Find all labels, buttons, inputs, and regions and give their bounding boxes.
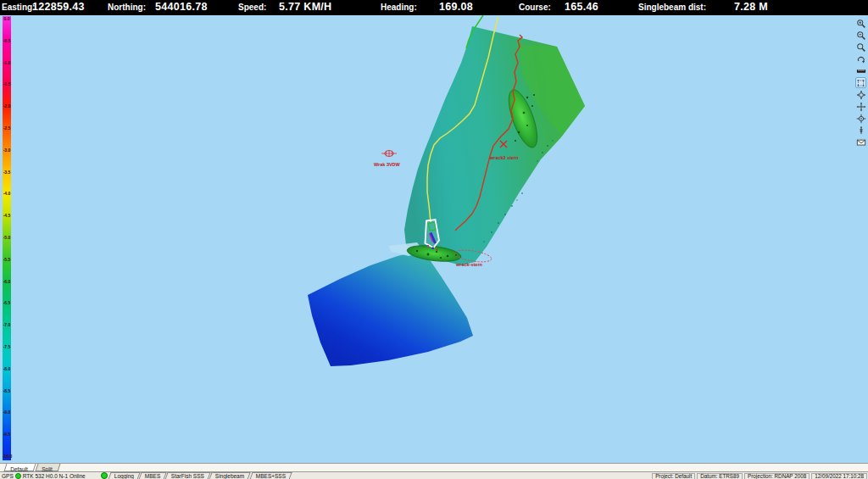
view-tab-split[interactable]: Split [35,464,60,471]
nav-easting-value: 122859.43 [32,1,85,13]
logging-status-light [101,472,108,479]
projection-panel: Projection: RDNAP 2008 [744,473,810,479]
colorbar-tick-label: -9.5 [3,432,11,437]
module-tab-starfish-sss[interactable]: StarFish SSS [165,472,211,479]
module-tab-mbes-sss[interactable]: MBES+SSS [249,472,292,479]
project-panel: Project: Default [652,473,695,479]
ruler-button[interactable] [855,65,866,76]
module-tab-label: Logging [114,473,134,479]
module-tabs: LoggingMBESStarFish SSSSinglebeamMBES+SS… [109,472,292,479]
status-right: Project: Default Datum: ETRS89 Projectio… [652,473,867,479]
colorbar-tick-label: -4.5 [3,213,11,218]
colorbar-tick-label: -9.0 [3,409,11,415]
colorbar-tick-label: -8.5 [3,388,11,393]
nav-northing-label: Northing: [108,3,146,12]
zoom-extents-button[interactable] [855,77,866,88]
colorbar-tick-label: -0.5 [3,38,11,43]
zoom-in-icon [856,19,866,29]
gps-label: GPS [2,473,14,479]
colorbar-tick-label: -6.5 [3,300,11,305]
module-tab-singlebeam[interactable]: Singlebeam [209,472,252,479]
colorbar-tick-label: -7.0 [3,322,11,327]
center-target-button[interactable] [855,113,866,124]
datum-panel: Datum: ETRS89 [697,473,743,479]
map-view[interactable]: Wrak 3VDW wrack2 stern wrack-stern [0,15,868,464]
colorbar-tick-label: -10.0 [3,454,11,459]
colorbar-tick-label: -6.0 [3,279,11,284]
module-tab-logging[interactable]: Logging [108,472,140,479]
nav-speed-label: Speed: [238,3,266,12]
nav-speed-value: 5.77 KM/H [279,1,331,13]
status-bar: GPS RTK 532 H0.0 N-1 Online LoggingMBESS… [0,471,868,479]
module-tab-label: MBES+SSS [255,473,285,479]
zoom-extents-icon [856,78,865,88]
wreck-stern-label: wrack-stern [455,262,483,267]
pan-icon [856,90,866,100]
colorbar-tick-label: -5.5 [3,257,11,262]
colorbar-tick-label: -3.0 [3,148,11,153]
follow-vessel-icon [856,125,866,136]
datetime-panel: 12/09/2022 17:10:28 [811,473,867,479]
ruler-icon [856,66,866,76]
wreck2-stern-label: wrack2 stern [489,155,519,160]
zoom-window-icon [856,42,866,53]
envelope-icon [856,137,866,148]
pan-button[interactable] [855,89,866,100]
colorbar-tick-label: -2.5 [3,125,11,131]
move-icon [856,102,866,112]
colorbar-tick-label: -5.0 [3,235,11,240]
nav-course-value: 165.46 [565,1,598,13]
colorbar-tick-label: -2.0 [3,103,11,109]
colorbar-tick-label: -4.0 [3,191,11,196]
module-tab-label: MBES [145,473,160,479]
gps-status-text: RTK 532 H0.0 N-1 Online [23,473,86,479]
zoom-window-button[interactable] [855,42,866,53]
colorbar-tick-label: -1.0 [3,60,11,65]
nav-northing-value: 544016.78 [155,1,208,13]
nav-easting-label: Easting: [2,3,35,12]
zoom-out-icon [856,31,866,41]
colorbar-tick-label: 0.0 [3,16,11,21]
gps-status-light [15,473,21,479]
rotate-view-button[interactable] [855,53,866,64]
depth-color-scale: 0.0-0.5-1.0-1.5-2.0-2.5-3.0-3.5-4.0-4.5-… [3,16,11,460]
module-tab-mbes[interactable]: MBES [138,472,167,479]
follow-vessel-button[interactable] [855,125,866,136]
map-toolbar [855,18,866,148]
colorbar-tick-label: -8.0 [3,366,11,371]
rotate-view-icon [856,54,866,64]
colorbar-tick-label: -1.5 [3,81,11,86]
nav-singlebeam-dist-label: Singlebeam dist: [638,3,706,12]
nav-course-label: Course: [519,3,551,12]
nav-heading-value: 169.08 [439,1,473,13]
nav-heading-label: Heading: [381,3,417,12]
nav-singlebeam-dist-value: 7.28 M [734,1,768,13]
zoom-out-button[interactable] [855,30,866,41]
envelope-button[interactable] [855,136,866,148]
status-left: GPS RTK 532 H0.0 N-1 Online LoggingMBESS… [0,472,292,479]
nav-data-bar: Easting:122859.43Northing:544016.78Speed… [0,0,868,15]
wreck-symbol-label: Wrak 3VDW [374,162,401,167]
view-tabs-bar: DefaultSplit [0,463,868,471]
colorbar-tick-label: -7.5 [3,344,11,349]
move-button[interactable] [855,101,866,112]
colorbar-tick-label: -3.5 [3,170,11,175]
zoom-in-button[interactable] [855,18,866,29]
module-tab-label: StarFish SSS [171,473,204,479]
module-tab-label: Singlebeam [215,473,244,479]
center-target-icon [856,114,866,124]
view-tab-default[interactable]: Default [4,464,36,471]
